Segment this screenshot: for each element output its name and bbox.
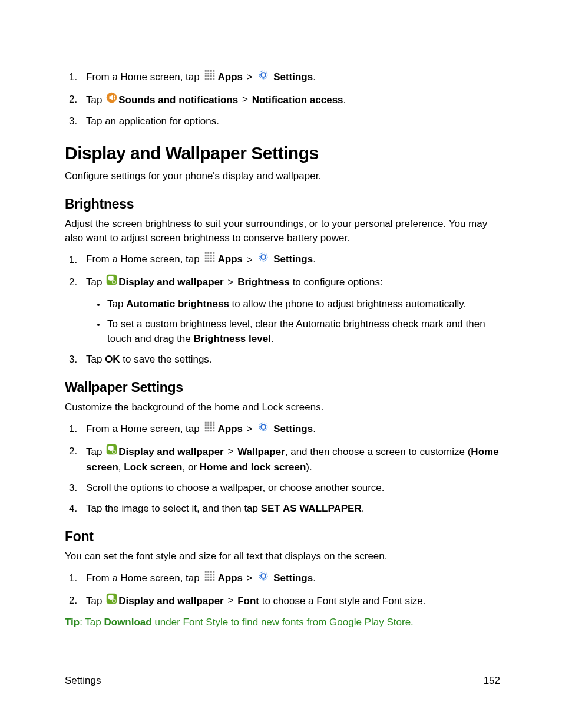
step-text: Tap [86,354,105,365]
step-text: From a Home screen, tap [86,423,200,434]
home-lock-screen-label: Home and lock screen [200,462,306,473]
display-wallpaper-label: Display and wallpaper [118,595,224,606]
settings-gear-icon [257,571,269,586]
step-text: From a Home screen, tap [86,572,200,584]
wallpaper-label: Wallpaper [237,446,285,457]
settings-gear-icon [257,421,269,437]
breadcrumb-separator: > [247,71,253,83]
step-item: Tap Sounds and notifications > Notificat… [80,92,500,109]
set-wallpaper-label: SET AS WALLPAPER [261,503,362,514]
tip-label: Tip [65,617,80,628]
apps-label: Apps [217,423,243,434]
settings-label: Settings [273,423,313,434]
settings-label: Settings [273,572,313,584]
period: . [313,572,316,584]
comma: , [118,462,124,473]
step-mid: , and then choose a screen to customize … [285,446,471,457]
period: . [271,333,274,344]
step-text: Tap [86,94,102,105]
period: . [313,254,316,265]
step-item: Tap Display and wallpaper > Brightness t… [80,274,500,347]
step-item: From a Home screen, tap Apps > Settings. [80,252,500,268]
substep-suffix: to allow the phone to adjust brightness … [229,298,466,309]
settings-label: Settings [273,71,313,83]
apps-label: Apps [217,572,243,584]
apps-label: Apps [217,71,243,83]
display-icon [106,444,117,460]
step-item: From a Home screen, tap Apps > Settings. [80,571,500,587]
breadcrumb-separator: > [247,423,253,434]
step-text: Tap [86,276,102,288]
step-text: Tap an application for options. [86,116,219,127]
step-item: Tap an application for options. [80,114,500,129]
footer-section-label: Settings [65,675,101,687]
substep-item: To set a custom brightness level, clear … [106,317,500,346]
end: ). [306,462,312,473]
step-text: Tap the image to select it, and then tap [86,503,261,514]
ok-label: OK [105,354,120,365]
wallpaper-steps-list: From a Home screen, tap Apps > Settings.… [65,421,500,516]
period: . [313,71,316,83]
step-text: Tap [86,595,102,606]
step-suffix: to save the settings. [120,354,212,365]
subsection-heading: Wallpaper Settings [65,380,500,396]
display-icon [106,593,117,609]
download-label: Download [104,617,151,628]
sounds-icon [106,92,117,108]
subsection-heading: Brightness [65,196,500,212]
step-suffix: to configure options: [290,276,383,288]
apps-grid-icon [203,252,216,267]
apps-grid-icon [203,70,216,85]
apps-label: Apps [217,254,243,265]
tip-line: Tip: Tap Download under Font Style to fi… [65,615,500,630]
substep-text: To set a custom brightness level, clear … [107,318,485,344]
step-item: From a Home screen, tap Apps > Settings. [80,70,500,86]
step-item: Scroll the options to choose a wallpaper… [80,481,500,496]
breadcrumb-separator: > [227,446,233,457]
subsection-heading: Font [65,529,500,545]
subsection-intro: Customize the background of the home and… [65,400,500,414]
font-label: Font [237,595,259,606]
settings-label: Settings [273,254,313,265]
comma: , or [183,462,200,473]
step-item: Tap Display and wallpaper > Wallpaper, a… [80,444,500,475]
subsection-intro: Adjust the screen brightness to suit you… [65,217,500,245]
breadcrumb-separator: > [247,254,253,265]
brightness-level-label: Brightness level [194,333,271,344]
step-text: Tap [86,446,102,457]
period: . [362,503,365,514]
tip-rest: under Font Style to find new fonts from … [152,617,414,628]
apps-grid-icon [203,421,216,437]
tip-colon: : Tap [80,617,104,628]
display-wallpaper-label: Display and wallpaper [118,446,224,457]
period: . [343,94,346,105]
step-item: Tap OK to save the settings. [80,353,500,367]
step-text: Scroll the options to choose a wallpaper… [86,482,385,493]
sounds-label: Sounds and notifications [118,94,238,105]
breadcrumb-separator: > [227,276,233,288]
substep-item: Tap Automatic brightness to allow the ph… [106,297,500,312]
step-item: Tap the image to select it, and then tap… [80,502,500,516]
display-wallpaper-label: Display and wallpaper [118,276,224,288]
period: . [313,423,316,434]
substep-text: Tap [107,298,126,309]
step-text: From a Home screen, tap [86,71,200,83]
brightness-label: Brightness [237,276,290,288]
breadcrumb-separator: > [247,572,253,584]
page-footer: Settings 152 [65,675,500,687]
subsection-intro: You can set the font style and size for … [65,549,500,564]
brightness-substeps: Tap Automatic brightness to allow the ph… [86,297,500,347]
step-text: From a Home screen, tap [86,254,200,265]
top-steps-list: From a Home screen, tap Apps > Settings.… [65,70,500,129]
settings-gear-icon [257,70,269,85]
display-icon [106,274,117,290]
footer-page-number: 152 [484,675,500,687]
breadcrumb-separator: > [242,94,248,105]
brightness-steps-list: From a Home screen, tap Apps > Settings.… [65,252,500,367]
settings-gear-icon [257,252,269,267]
section-intro: Configure settings for your phone's disp… [65,169,500,183]
auto-brightness-label: Automatic brightness [126,298,229,309]
step-suffix: to choose a Font style and Font size. [259,595,426,606]
step-item: Tap Display and wallpaper > Font to choo… [80,593,500,610]
font-steps-list: From a Home screen, tap Apps > Settings.… [65,571,500,610]
